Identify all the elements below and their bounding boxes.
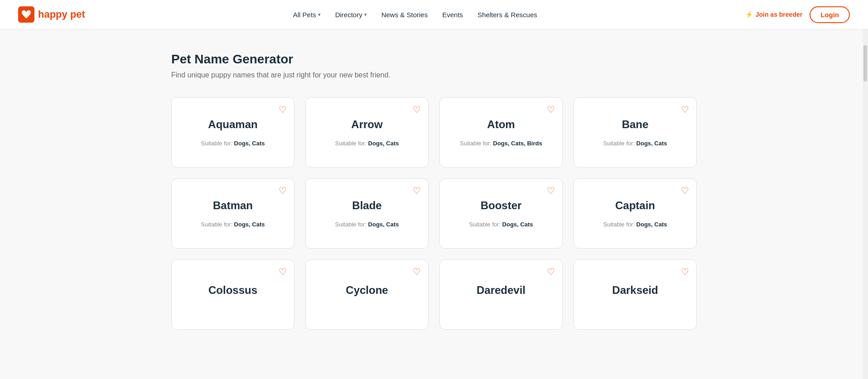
favorite-button[interactable]: ♡ <box>680 104 690 115</box>
pet-name: Arrow <box>351 118 382 131</box>
favorite-button[interactable]: ♡ <box>412 104 422 115</box>
pet-name: Cyclone <box>346 284 388 297</box>
logo-icon <box>18 6 34 23</box>
logo-text: happy pet <box>38 9 85 20</box>
pet-name: Booster <box>481 199 522 212</box>
pet-card: ♡Colossus <box>171 259 294 330</box>
pet-card: ♡BladeSuitable for: Dogs, Cats <box>305 178 429 249</box>
pet-card: ♡AtomSuitable for: Dogs, Cats, Birds <box>439 97 563 168</box>
nav-events[interactable]: Events <box>442 9 463 20</box>
pet-name: Darkseid <box>612 284 658 297</box>
favorite-button[interactable]: ♡ <box>546 266 556 277</box>
favorite-button[interactable]: ♡ <box>278 185 288 196</box>
suitable-for: Suitable for: Dogs, Cats <box>201 140 265 147</box>
pet-card: ♡AquamanSuitable for: Dogs, Cats <box>171 97 294 168</box>
pet-card: ♡Darkseid <box>574 259 697 330</box>
pet-name: Captain <box>615 199 655 212</box>
logo[interactable]: happy pet <box>18 6 85 23</box>
suitable-for: Suitable for: Dogs, Cats <box>201 221 265 228</box>
pet-name: Daredevil <box>477 284 526 297</box>
favorite-button[interactable]: ♡ <box>546 104 556 115</box>
favorite-button[interactable]: ♡ <box>680 266 690 277</box>
pet-name: Aquaman <box>208 118 257 131</box>
scrollbar[interactable] <box>863 0 868 352</box>
favorite-button[interactable]: ♡ <box>412 266 422 277</box>
header-actions: ⚡ Join as breeder Login <box>745 6 850 23</box>
chevron-down-icon: ▾ <box>364 12 367 18</box>
pet-name: Colossus <box>208 284 257 297</box>
nav-directory[interactable]: Directory ▾ <box>335 9 367 20</box>
site-header: happy pet All Pets ▾ Directory ▾ News & … <box>0 0 868 29</box>
bolt-icon: ⚡ <box>745 11 753 18</box>
favorite-button[interactable]: ♡ <box>680 185 690 196</box>
main-nav: All Pets ▾ Directory ▾ News & Stories Ev… <box>293 9 537 20</box>
page-title: Pet Name Generator <box>171 52 697 67</box>
pet-card: ♡ArrowSuitable for: Dogs, Cats <box>305 97 429 168</box>
favorite-button[interactable]: ♡ <box>546 185 556 196</box>
pet-name: Bane <box>622 118 649 131</box>
pet-card: ♡CaptainSuitable for: Dogs, Cats <box>574 178 697 249</box>
suitable-for: Suitable for: Dogs, Cats <box>335 221 399 228</box>
pet-card: ♡BoosterSuitable for: Dogs, Cats <box>439 178 563 249</box>
pet-name: Batman <box>213 199 253 212</box>
pet-card: ♡BatmanSuitable for: Dogs, Cats <box>171 178 294 249</box>
favorite-button[interactable]: ♡ <box>278 104 288 115</box>
pet-card: ♡BaneSuitable for: Dogs, Cats <box>574 97 697 168</box>
favorite-button[interactable]: ♡ <box>412 185 422 196</box>
chevron-down-icon: ▾ <box>318 12 321 18</box>
pet-name: Blade <box>352 199 381 212</box>
suitable-for: Suitable for: Dogs, Cats <box>335 140 399 147</box>
page-subtitle: Find unique puppy names that are just ri… <box>171 71 697 79</box>
pet-card: ♡Cyclone <box>305 259 429 330</box>
scrollbar-thumb <box>863 45 867 82</box>
nav-all-pets[interactable]: All Pets ▾ <box>293 9 321 20</box>
pet-names-grid: ♡AquamanSuitable for: Dogs, Cats♡ArrowSu… <box>171 97 697 330</box>
suitable-for: Suitable for: Dogs, Cats <box>469 221 533 228</box>
nav-news-stories[interactable]: News & Stories <box>381 9 428 20</box>
pet-card: ♡Daredevil <box>439 259 563 330</box>
login-button[interactable]: Login <box>810 6 850 23</box>
favorite-button[interactable]: ♡ <box>278 266 288 277</box>
suitable-for: Suitable for: Dogs, Cats, Birds <box>460 140 542 147</box>
pet-name: Atom <box>487 118 515 131</box>
nav-shelters-rescues[interactable]: Shelters & Rescues <box>477 9 537 20</box>
suitable-for: Suitable for: Dogs, Cats <box>603 221 667 228</box>
join-breeder-link[interactable]: ⚡ Join as breeder <box>745 11 803 18</box>
main-content: Pet Name Generator Find unique puppy nam… <box>108 29 760 352</box>
suitable-for: Suitable for: Dogs, Cats <box>603 140 667 147</box>
